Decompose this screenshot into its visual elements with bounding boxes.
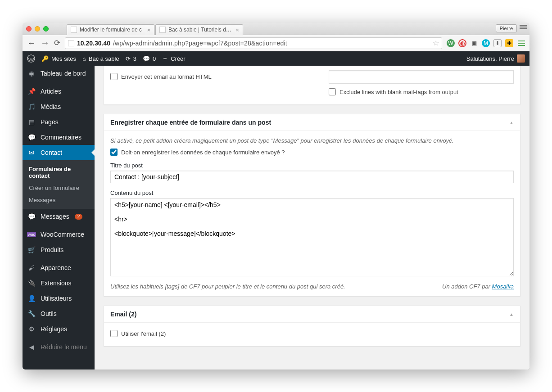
sliders-icon: ⚙: [27, 325, 36, 333]
page-icon: [68, 40, 74, 46]
wrench-icon: 🔧: [27, 310, 36, 317]
plus-icon: ＋: [162, 54, 168, 63]
zoom-window-icon[interactable]: [43, 26, 49, 32]
menu-tools[interactable]: 🔧Outils: [23, 306, 95, 321]
submenu-create[interactable]: Créer un formulaire: [23, 182, 95, 194]
submenu-forms[interactable]: Formulaires de contact: [23, 163, 95, 182]
site-link[interactable]: ⌂ Bac à sable: [82, 55, 119, 62]
menu-plugins[interactable]: 🔌Extensions: [23, 275, 95, 291]
wordpress-ext-icon[interactable]: W: [447, 39, 455, 47]
comment-icon: 💬: [143, 55, 150, 62]
menu-label: Produits: [41, 246, 63, 253]
menu-messages[interactable]: 💬Messages2: [23, 209, 95, 224]
comments-link[interactable]: 💬 0: [143, 55, 156, 62]
menu-collapse[interactable]: ◀Réduire le menu: [23, 339, 95, 355]
home-icon: ⌂: [82, 55, 86, 62]
adblock-ext-icon[interactable]: ◐: [458, 39, 466, 47]
panel-header[interactable]: Enregistrer chaque entrée de formulaire …: [104, 114, 520, 131]
menu-users[interactable]: 👤Utilisateurs: [23, 291, 95, 306]
cast-ext-icon[interactable]: ▣: [470, 39, 478, 47]
browser-tab-1[interactable]: Modifier le formulaire de c ×: [67, 24, 154, 35]
menu-label: Apparence: [41, 264, 71, 271]
enable-save-label: Doit-on enregistrer les données de chaqu…: [121, 149, 285, 156]
close-tab-icon[interactable]: ×: [235, 27, 239, 33]
window-controls[interactable]: [26, 26, 49, 32]
menu-appearance[interactable]: 🖌Apparence: [23, 260, 95, 275]
metro-icon[interactable]: [520, 25, 527, 32]
content-area: Envoyer cet email au format HTML Exclude…: [95, 66, 529, 369]
enable-save-checkbox[interactable]: [110, 149, 118, 156]
menu-products[interactable]: 🛒Produits: [23, 242, 95, 257]
updates-link[interactable]: ⟳ 3: [126, 55, 136, 62]
post-content-label: Contenu du post: [110, 189, 514, 196]
panel-header[interactable]: Email (2) ▲: [104, 306, 520, 323]
menu-label: Réduire le menu: [41, 343, 87, 351]
menu-dashboard[interactable]: ◉Tableau de bord: [23, 66, 95, 81]
menu-label: Contact: [41, 149, 62, 156]
submenu-messages[interactable]: Messages: [23, 194, 95, 206]
menu-label: Utilisateurs: [41, 295, 72, 302]
admin-sidebar: ◉Tableau de bord 📌Articles 🎵Médias ▤Page…: [23, 66, 95, 369]
chat-icon: 💬: [27, 213, 36, 220]
browser-tab-2[interactable]: Bac à sable | Tutoriels de n ×: [155, 24, 243, 35]
hint-text: Utilisez les habituels [tags] de CF7 pou…: [110, 283, 345, 290]
menu-label: Articles: [41, 88, 61, 95]
chrome-menu-icon[interactable]: [518, 41, 525, 46]
panel-title: Email (2): [110, 311, 136, 318]
menu-comments[interactable]: 💬Commentaires: [23, 130, 95, 145]
avatar-icon: [517, 54, 525, 63]
chevron-up-icon[interactable]: ▲: [509, 312, 514, 317]
browser-tab-strip: Modifier le formulaire de c × Bac à sabl…: [23, 23, 529, 35]
wp-logo-icon[interactable]: [27, 54, 35, 63]
page-icon: ▤: [27, 118, 36, 126]
mosaika-link[interactable]: Mosaika: [492, 283, 514, 290]
back-icon[interactable]: ←: [27, 38, 36, 48]
menu-label: Médias: [41, 103, 61, 110]
menu-woocommerce[interactable]: wooWooCommerce: [23, 227, 95, 242]
puzzle-ext-icon[interactable]: ✚: [505, 39, 513, 47]
menu-contact[interactable]: ✉Contact: [23, 145, 95, 160]
html-email-checkbox[interactable]: [110, 73, 118, 80]
forward-icon[interactable]: →: [41, 38, 50, 48]
close-window-icon[interactable]: [26, 26, 32, 32]
menu-label: Pages: [41, 118, 59, 126]
menu-posts[interactable]: 📌Articles: [23, 84, 95, 99]
minimize-window-icon[interactable]: [35, 26, 40, 32]
save-post-panel: Enregistrer chaque entrée de formulaire …: [104, 114, 520, 297]
greeting-link[interactable]: Salutations, Pierre: [466, 54, 525, 63]
my-sites-link[interactable]: 🔑 Mes sites: [41, 55, 76, 62]
key-icon: 🔑: [41, 55, 49, 62]
comment-icon: 💬: [27, 134, 36, 141]
download-ext-icon[interactable]: ⬇: [493, 39, 502, 47]
close-tab-icon[interactable]: ×: [147, 27, 150, 33]
tab-title: Modifier le formulaire de c: [80, 27, 144, 33]
reload-icon[interactable]: ⟳: [54, 38, 60, 48]
additional-headers-textarea[interactable]: [329, 70, 514, 84]
menu-settings[interactable]: ⚙Réglages: [23, 321, 95, 337]
site-label: Bac à sable: [89, 55, 119, 62]
use-email2-checkbox[interactable]: [110, 330, 118, 337]
new-label: Créer: [171, 55, 186, 62]
menu-media[interactable]: 🎵Médias: [23, 99, 95, 114]
menu-label: Tableau de bord: [41, 70, 86, 77]
m-ext-icon[interactable]: M: [482, 39, 490, 47]
chrome-user-button[interactable]: Pierre: [496, 24, 517, 32]
new-link[interactable]: ＋ Créer: [162, 54, 186, 63]
collapse-icon: ◀: [27, 343, 36, 351]
exclude-blank-checkbox[interactable]: [329, 88, 336, 95]
menu-pages[interactable]: ▤Pages: [23, 114, 95, 130]
my-sites-label: Mes sites: [51, 55, 76, 62]
woo-icon: woo: [27, 232, 36, 237]
chevron-up-icon[interactable]: ▲: [509, 120, 514, 125]
bookmark-icon[interactable]: ☆: [433, 39, 439, 47]
email2-panel: Email (2) ▲ Utiliser l'email (2): [104, 306, 520, 347]
pin-icon: 📌: [27, 88, 36, 95]
menu-label: Commentaires: [41, 134, 81, 141]
menu-label: WooCommerce: [41, 231, 84, 238]
post-content-textarea[interactable]: [110, 198, 514, 276]
addon-credit: Un addon CF7 par Mosaika: [442, 283, 514, 290]
url-input[interactable]: 10.20.30.40/wp/wp-admin/admin.php?page=w…: [65, 37, 442, 49]
post-title-label: Titre du post: [110, 162, 514, 169]
post-title-input[interactable]: [110, 171, 514, 183]
menu-label: Messages: [41, 213, 69, 220]
